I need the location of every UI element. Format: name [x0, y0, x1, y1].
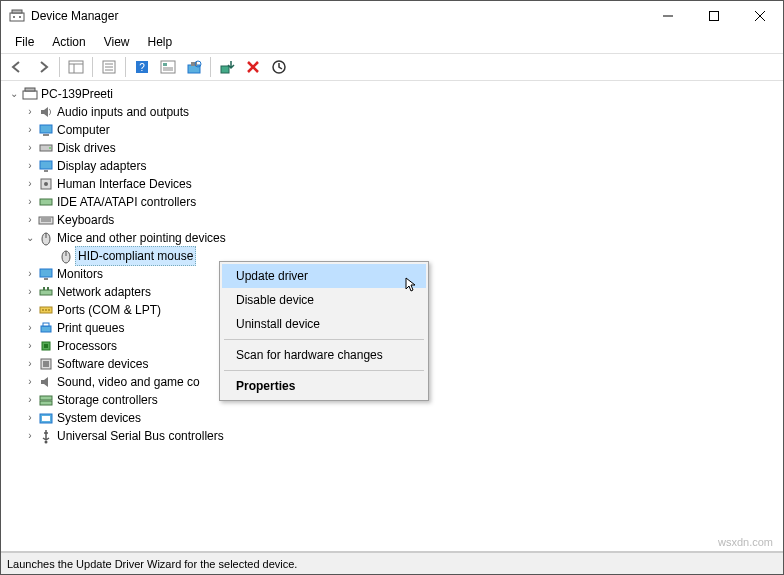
tree-item[interactable]: ›Human Interface Devices [23, 175, 781, 193]
device-category-icon [37, 284, 55, 300]
tree-item-label: Print queues [55, 319, 126, 337]
uninstall-button[interactable] [241, 55, 265, 79]
action-button[interactable] [156, 55, 180, 79]
menubar: File Action View Help [1, 31, 783, 53]
forward-button[interactable] [31, 55, 55, 79]
expand-arrow-icon[interactable]: ⌄ [7, 85, 21, 103]
app-icon [9, 8, 25, 24]
expand-arrow-icon[interactable]: › [23, 139, 37, 157]
cm-update-driver[interactable]: Update driver [222, 264, 426, 288]
expand-arrow-icon[interactable]: › [23, 265, 37, 283]
expand-arrow-icon[interactable]: › [23, 103, 37, 121]
svg-rect-38 [40, 199, 52, 205]
expand-arrow-icon[interactable]: › [23, 427, 37, 445]
properties-button[interactable] [97, 55, 121, 79]
tree-item-label: Network adapters [55, 283, 153, 301]
expand-arrow-icon[interactable]: › [23, 175, 37, 193]
cm-scan-hardware[interactable]: Scan for hardware changes [222, 343, 426, 367]
tree-item[interactable]: ›Computer [23, 121, 781, 139]
device-category-icon [37, 320, 55, 336]
svg-rect-55 [41, 326, 51, 332]
svg-rect-5 [710, 12, 719, 21]
svg-rect-62 [40, 401, 52, 405]
help-button[interactable]: ? [130, 55, 154, 79]
svg-rect-0 [10, 13, 24, 21]
minimize-button[interactable] [645, 1, 691, 31]
expand-arrow-icon[interactable]: › [23, 409, 37, 427]
svg-point-2 [13, 16, 15, 18]
titlebar: Device Manager [1, 1, 783, 31]
toolbar-separator [210, 57, 211, 77]
svg-point-54 [48, 309, 50, 311]
expand-arrow-icon[interactable]: › [23, 373, 37, 391]
menu-file[interactable]: File [7, 33, 42, 51]
expand-arrow-icon[interactable]: › [23, 355, 37, 373]
tree-item-label: Computer [55, 121, 112, 139]
tree-item-label: Monitors [55, 265, 105, 283]
tree-item[interactable]: ⌄Mice and other pointing devices [23, 229, 781, 247]
tree-item[interactable]: ›System devices [23, 409, 781, 427]
device-category-icon [37, 392, 55, 408]
device-category-icon [37, 140, 55, 156]
device-category-icon [37, 374, 55, 390]
status-bar: Launches the Update Driver Wizard for th… [1, 552, 783, 574]
tree-root[interactable]: ⌄ PC-139Preeti [3, 85, 781, 103]
expand-arrow-icon[interactable]: › [23, 193, 37, 211]
device-category-icon [37, 122, 55, 138]
scan-hardware-button[interactable] [182, 55, 206, 79]
tree-item-label: Mice and other pointing devices [55, 229, 228, 247]
tree-item[interactable]: ›Universal Serial Bus controllers [23, 427, 781, 445]
svg-rect-56 [43, 323, 49, 326]
maximize-button[interactable] [691, 1, 737, 31]
menu-view[interactable]: View [96, 33, 138, 51]
expand-arrow-icon[interactable]: › [23, 319, 37, 337]
svg-rect-21 [188, 65, 200, 73]
device-category-icon [37, 230, 55, 246]
expand-arrow-icon[interactable]: › [23, 337, 37, 355]
menu-action[interactable]: Action [44, 33, 93, 51]
tree-item-label: Audio inputs and outputs [55, 103, 191, 121]
device-category-icon [37, 194, 55, 210]
cm-properties[interactable]: Properties [222, 374, 426, 398]
close-button[interactable] [737, 1, 783, 31]
svg-rect-8 [69, 61, 83, 73]
svg-rect-1 [12, 10, 22, 13]
menu-help[interactable]: Help [140, 33, 181, 51]
expand-arrow-icon[interactable]: › [23, 121, 37, 139]
svg-rect-24 [221, 66, 229, 73]
tree-item-label: Software devices [55, 355, 150, 373]
back-button[interactable] [5, 55, 29, 79]
svg-rect-49 [43, 287, 45, 290]
device-category-icon [37, 212, 55, 228]
device-category-icon [37, 302, 55, 318]
expand-arrow-icon[interactable]: › [23, 211, 37, 229]
tree-item[interactable]: ›Audio inputs and outputs [23, 103, 781, 121]
tree-item[interactable]: ›Keyboards [23, 211, 781, 229]
expand-arrow-icon[interactable]: › [23, 283, 37, 301]
tree-item[interactable]: ›Disk drives [23, 139, 781, 157]
expand-arrow-icon[interactable]: ⌄ [23, 229, 37, 247]
expand-arrow-icon[interactable]: › [23, 157, 37, 175]
expand-arrow-icon[interactable]: › [23, 301, 37, 319]
svg-point-53 [45, 309, 47, 311]
context-menu-separator [224, 370, 424, 371]
expand-arrow-icon[interactable]: › [23, 391, 37, 409]
cm-uninstall-device[interactable]: Uninstall device [222, 312, 426, 336]
svg-point-37 [44, 182, 48, 186]
svg-point-65 [45, 441, 48, 444]
cm-disable-device[interactable]: Disable device [222, 288, 426, 312]
update-driver-button[interactable] [215, 55, 239, 79]
tree-item[interactable]: ›IDE ATA/ATAPI controllers [23, 193, 781, 211]
window-buttons [645, 1, 783, 31]
svg-rect-29 [25, 88, 35, 91]
show-hide-console-tree-button[interactable] [64, 55, 88, 79]
disable-button[interactable] [267, 55, 291, 79]
device-category-icon [37, 158, 55, 174]
svg-rect-35 [44, 170, 48, 172]
tree-item[interactable]: ›Display adapters [23, 157, 781, 175]
svg-rect-47 [44, 278, 48, 280]
svg-rect-48 [40, 290, 52, 295]
tree-item-label: Disk drives [55, 139, 118, 157]
tree-item-label: Ports (COM & LPT) [55, 301, 163, 319]
tree-root-label: PC-139Preeti [39, 85, 115, 103]
